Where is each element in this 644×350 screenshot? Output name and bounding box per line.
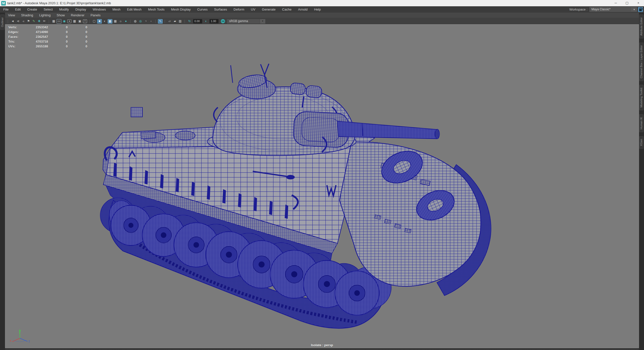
right-tab-modeling-toolkit[interactable]: Modeling Toolkit — [639, 85, 643, 110]
maximize-button[interactable]: ▢ — [621, 0, 633, 6]
smooth-shade-icon[interactable]: ■ — [97, 19, 102, 24]
menu-item-create[interactable]: Create — [24, 6, 40, 13]
safe-action-icon[interactable]: ▣ — [77, 19, 82, 24]
menu-item-modify[interactable]: Modify — [56, 6, 72, 13]
snapshot-icon[interactable]: ▱ — [167, 19, 172, 24]
shadows-icon[interactable]: ● — [123, 19, 128, 24]
menu-item-select[interactable]: Select — [40, 6, 56, 13]
snapshot-all-icon[interactable]: ▰ — [173, 19, 177, 24]
menu-item-edit[interactable]: Edit — [12, 6, 24, 13]
hud-label: UVs: — [8, 44, 25, 49]
hud-total-value: 2655188 — [25, 44, 48, 49]
grease-pencil-icon[interactable]: ✏ — [42, 19, 47, 24]
left-panel-strip: Outliner — [0, 13, 5, 350]
resolution-gate-icon[interactable]: ◉ — [62, 19, 67, 24]
use-default-material-icon[interactable]: ▦ — [113, 19, 118, 24]
menu-item-uv[interactable]: UV — [247, 6, 259, 13]
depth-of-field-icon[interactable]: ◔ — [143, 19, 148, 24]
close-button[interactable]: × — [633, 0, 644, 6]
viewport-panel[interactable]: Verts: 2353342 0 0 Edges: 4714090 0 0 Fa… — [5, 24, 639, 348]
menu-item-surfaces[interactable]: Surfaces — [211, 6, 230, 13]
menu-item-mesh[interactable]: Mesh — [109, 6, 124, 13]
image-plane-icon[interactable]: ▨ — [178, 19, 183, 24]
toolbar-separator — [185, 20, 185, 23]
menu-item-mesh-display[interactable]: Mesh Display — [168, 6, 194, 13]
right-tab-channel-box-layer-editor[interactable]: Channel Box / Layer Editor — [639, 42, 643, 81]
camera-attributes-icon[interactable]: ◃ — [21, 19, 26, 24]
workspace-dropdown[interactable]: Maya Classic* — [589, 7, 632, 12]
window-titlebar: M tank2.mb* - Autodesk Maya 2020.1: E:\1… — [0, 0, 644, 6]
exposure-chip-icon[interactable]: ▪ — [149, 19, 153, 24]
menu-item-windows[interactable]: Windows — [89, 6, 109, 13]
gate-mask-icon[interactable]: ● — [67, 19, 71, 23]
safe-title-icon[interactable]: T — [83, 19, 87, 23]
minimize-button[interactable]: ─ — [610, 0, 621, 6]
hud-col2-value: 0 — [48, 39, 68, 44]
menu-item-file[interactable]: File — [0, 6, 12, 13]
workspace-lock-button[interactable] — [638, 7, 643, 12]
main-menu-bar: FileEditCreateSelectModifyDisplayWindows… — [0, 6, 644, 13]
wireframe-icon[interactable]: ▢ — [92, 19, 97, 24]
panel-menu-item-lighting[interactable]: Lighting — [36, 13, 54, 18]
menu-item-curves[interactable]: Curves — [194, 6, 211, 13]
panel-menu-item-shading[interactable]: Shading — [18, 13, 36, 18]
select-camera-icon[interactable]: ◄ — [10, 19, 15, 24]
menu-item-cache[interactable]: Cache — [279, 6, 295, 13]
menu-item-generate[interactable]: Generate — [259, 6, 279, 13]
selection-highlight-icon[interactable]: ↖ — [158, 19, 163, 24]
hud-row-faces: Faces: 2362547 0 0 — [8, 35, 87, 39]
screen-space-aa-icon[interactable]: ◍ — [133, 19, 138, 24]
hud-total-value: 2362547 — [25, 35, 48, 39]
hud-col3-value: 0 — [68, 30, 87, 35]
hud-label: Tris: — [8, 39, 25, 44]
hud-label: Faces: — [8, 35, 25, 39]
colorspace-dropdown[interactable]: sRGB gamma ▼ — [227, 19, 265, 24]
gamma-field[interactable]: 1.00 — [209, 19, 219, 23]
sculpt-brush-icon[interactable]: ✎ — [31, 19, 36, 24]
wireframe-on-shaded-icon[interactable]: ◐ — [102, 19, 107, 24]
hud-total-value: 4714090 — [25, 30, 48, 35]
right-tab-xgen[interactable]: XGen — [639, 136, 643, 149]
tank-model[interactable] — [5, 25, 639, 348]
menu-item-arnold[interactable]: Arnold — [295, 6, 311, 13]
grid-icon[interactable]: ▦ — [51, 19, 56, 24]
menu-item-deform[interactable]: Deform — [230, 6, 248, 13]
field-chart-icon[interactable]: ▩ — [72, 19, 77, 24]
exposure-field[interactable]: 0.00 — [193, 19, 202, 23]
panel-menu-item-show[interactable]: Show — [54, 13, 68, 18]
lock-camera-icon[interactable]: ⊲ — [16, 19, 20, 24]
hud-total-value: 2353342 — [25, 25, 48, 30]
toolbar-separator — [130, 20, 131, 23]
right-tab-human-ik[interactable]: Human IK — [639, 114, 643, 132]
panel-toolbar-icons: ◄⊲◃⚑✎✚✏▦▭◉●▩▣T▢■◐▩▦☼●◍◎◔▪↖▱▰▨↻ — [6, 19, 192, 24]
exposure-icon[interactable]: ↻ — [187, 19, 192, 24]
pan-zoom-icon[interactable]: ✚ — [37, 19, 41, 24]
hud-label: Verts: — [8, 25, 25, 30]
lighting-icon[interactable]: ☼ — [118, 19, 123, 24]
motion-blur-icon[interactable]: ◎ — [138, 19, 143, 24]
menu-items: FileEditCreateSelectModifyDisplayWindows… — [0, 6, 324, 13]
gamma-icon[interactable]: ◗ — [203, 19, 208, 24]
bookmark-icon[interactable]: ⚑ — [26, 19, 31, 24]
textured-icon[interactable]: ▩ — [108, 19, 112, 24]
panel-menu-item-panels[interactable]: Panels — [88, 13, 104, 18]
colorspace-value[interactable]: sRGB gamma — [227, 19, 260, 24]
panel-menu-bar: ViewShadingLightingShowRendererPanels — [5, 13, 639, 18]
color-management-toggle[interactable]: ON — [221, 19, 225, 23]
film-gate-icon[interactable]: ▭ — [57, 19, 61, 24]
panel-menu-item-view[interactable]: View — [5, 13, 18, 18]
hud-row-verts: Verts: 2353342 0 0 — [8, 25, 87, 30]
colorspace-arrow-icon[interactable]: ▼ — [260, 19, 265, 24]
menu-item-edit-mesh[interactable]: Edit Mesh — [124, 6, 145, 13]
right-tab-attribute-editor[interactable]: Attribute Editor — [639, 15, 643, 38]
hud-total-value: 4703718 — [25, 39, 48, 44]
left-tab-outliner[interactable]: Outliner — [0, 15, 5, 30]
menu-item-mesh-tools[interactable]: Mesh Tools — [145, 6, 168, 13]
toolbar-separator — [8, 20, 8, 23]
panel-menu-item-renderer[interactable]: Renderer — [68, 13, 88, 18]
workspace-dropdown-arrow-icon[interactable]: ▼ — [632, 7, 637, 12]
menu-item-help[interactable]: Help — [311, 6, 324, 13]
hud-col2-value: 0 — [48, 44, 68, 49]
menu-item-display[interactable]: Display — [72, 6, 90, 13]
hud-row-uvs: UVs: 2655188 0 0 — [8, 44, 87, 49]
